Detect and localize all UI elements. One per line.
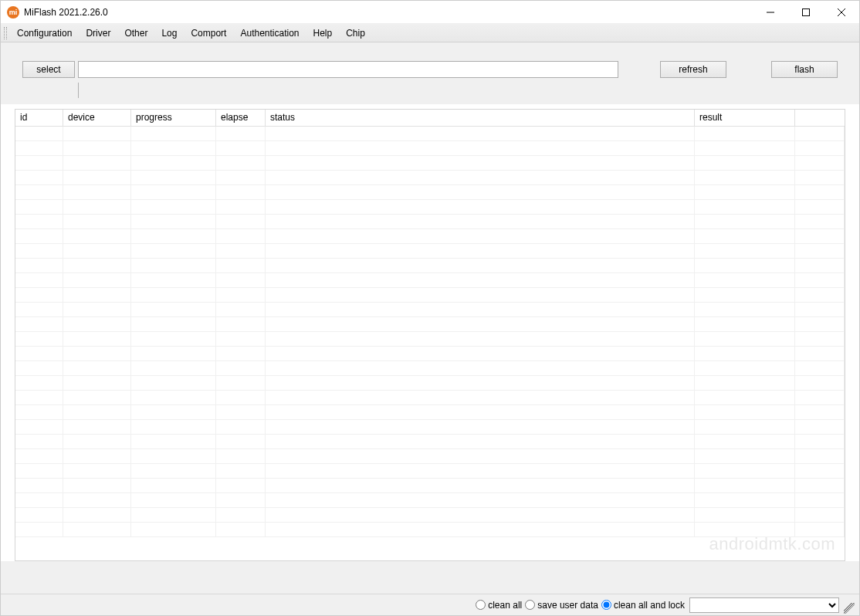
column-blank[interactable]	[795, 110, 845, 126]
flash-mode-radios: clean all save user data clean all and l…	[476, 600, 685, 611]
table-row[interactable]	[15, 332, 845, 347]
status-bar: clean all save user data clean all and l…	[1, 594, 859, 615]
table-row[interactable]	[15, 141, 845, 156]
table-row[interactable]	[15, 200, 845, 215]
menu-comport[interactable]: Comport	[184, 25, 233, 41]
table-row[interactable]	[15, 508, 845, 523]
menu-authentication[interactable]: Authentication	[233, 25, 306, 41]
column-device[interactable]: device	[63, 110, 131, 126]
table-row[interactable]	[15, 288, 845, 303]
table-row[interactable]	[15, 347, 845, 361]
table-row[interactable]	[15, 244, 845, 259]
menu-help[interactable]: Help	[306, 25, 340, 41]
table-row[interactable]	[15, 523, 845, 537]
radio-clean-all-and-lock-label: clean all and lock	[614, 600, 685, 611]
table-row[interactable]	[15, 317, 845, 332]
device-table: id device progress elapse status result …	[15, 109, 845, 561]
refresh-button[interactable]: refresh	[660, 61, 726, 78]
table-row[interactable]	[15, 259, 845, 273]
column-progress[interactable]: progress	[131, 110, 216, 126]
table-body	[15, 127, 845, 560]
table-row[interactable]	[15, 171, 845, 185]
radio-clean-all-input[interactable]	[476, 600, 486, 610]
table-row[interactable]	[15, 273, 845, 288]
radio-clean-all-and-lock[interactable]: clean all and lock	[601, 600, 685, 611]
bottom-spacer	[1, 561, 859, 594]
column-id[interactable]: id	[15, 110, 63, 126]
toolbar-divider	[78, 83, 838, 98]
resize-grip-icon[interactable]	[844, 603, 855, 614]
table-row[interactable]	[15, 361, 845, 376]
table-row[interactable]	[15, 391, 845, 405]
radio-save-user-data[interactable]: save user data	[525, 600, 598, 611]
table-row[interactable]	[15, 185, 845, 200]
table-row[interactable]	[15, 464, 845, 479]
column-status[interactable]: status	[266, 110, 695, 126]
path-input[interactable]	[78, 61, 618, 78]
table-row[interactable]	[15, 303, 845, 317]
app-icon: mi	[7, 6, 19, 19]
table-row[interactable]	[15, 127, 845, 141]
table-row[interactable]	[15, 449, 845, 464]
svg-rect-1	[803, 8, 810, 15]
flash-button[interactable]: flash	[771, 61, 838, 78]
minimize-button[interactable]	[753, 1, 788, 23]
menu-configuration[interactable]: Configuration	[10, 25, 79, 41]
menu-chip[interactable]: Chip	[339, 25, 372, 41]
menu-grip-icon	[4, 27, 7, 39]
radio-clean-all[interactable]: clean all	[476, 600, 522, 611]
radio-save-user-data-input[interactable]	[525, 600, 535, 610]
close-button[interactable]	[824, 1, 859, 23]
toolbar: select refresh flash	[1, 42, 859, 104]
maximize-button[interactable]	[788, 1, 824, 23]
table-row[interactable]	[15, 215, 845, 229]
select-button[interactable]: select	[22, 61, 75, 78]
title-bar: mi MiFlash 2021.2.26.0	[1, 1, 859, 24]
table-row[interactable]	[15, 156, 845, 171]
table-header: id device progress elapse status result	[15, 110, 845, 127]
radio-clean-all-label: clean all	[488, 600, 522, 611]
table-row[interactable]	[15, 493, 845, 508]
radio-save-user-data-label: save user data	[537, 600, 598, 611]
table-row[interactable]	[15, 435, 845, 449]
menu-other[interactable]: Other	[117, 25, 154, 41]
table-row[interactable]	[15, 229, 845, 244]
menu-log[interactable]: Log	[154, 25, 184, 41]
column-result[interactable]: result	[695, 110, 795, 126]
script-combo[interactable]	[689, 597, 839, 613]
radio-clean-all-and-lock-input[interactable]	[601, 600, 611, 610]
column-elapse[interactable]: elapse	[216, 110, 266, 126]
table-row[interactable]	[15, 405, 845, 420]
menu-bar: Configuration Driver Other Log Comport A…	[1, 24, 859, 42]
menu-driver[interactable]: Driver	[79, 25, 117, 41]
window-title: MiFlash 2021.2.26.0	[24, 7, 753, 18]
window-controls	[753, 1, 859, 23]
table-row[interactable]	[15, 420, 845, 435]
table-row[interactable]	[15, 479, 845, 493]
table-row[interactable]	[15, 376, 845, 391]
